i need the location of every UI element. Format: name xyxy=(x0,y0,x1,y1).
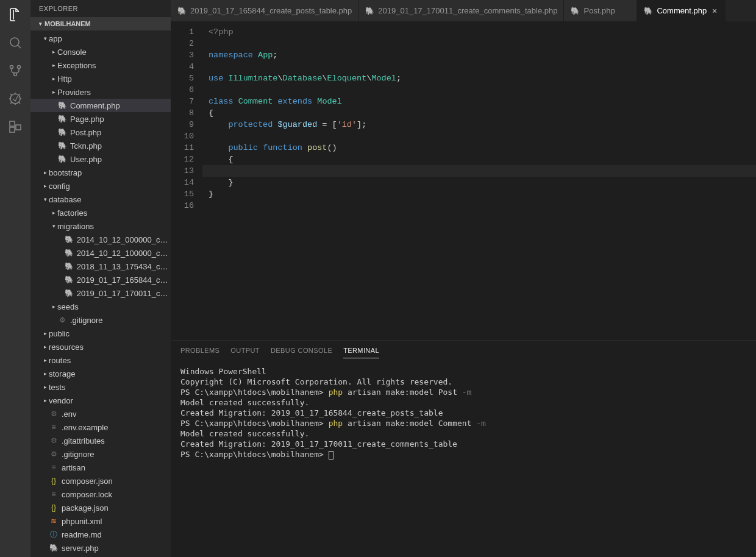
code-line[interactable] xyxy=(209,130,756,142)
code-line[interactable]: } xyxy=(209,177,756,188)
chevron-icon[interactable] xyxy=(41,183,49,189)
tree-file[interactable]: ≋phpunit.xml xyxy=(30,514,171,528)
terminal[interactable]: Windows PowerShellCopyright (C) Microsof… xyxy=(171,360,756,557)
tree-folder[interactable]: factories xyxy=(30,206,171,219)
tree-folder[interactable]: seeds xyxy=(30,300,171,313)
tree-file[interactable]: ⚙.gitignore xyxy=(30,313,171,327)
code-line[interactable]: namespace App; xyxy=(209,49,756,61)
tree-file[interactable]: ⚙.gitattributes xyxy=(30,434,171,447)
code-line[interactable]: return $this->belongsTo('App\Post'); xyxy=(209,165,756,177)
panel-tab[interactable]: TERMINAL xyxy=(343,343,379,358)
tree-folder[interactable]: migrations xyxy=(30,219,171,233)
code-line[interactable] xyxy=(209,200,756,211)
project-title[interactable]: MOBILHANEM xyxy=(30,17,171,30)
tree-file[interactable]: 🐘Comment.php xyxy=(30,99,171,112)
editor-tab[interactable]: 🐘Comment.php× xyxy=(637,0,726,21)
tree-folder[interactable]: app xyxy=(30,32,171,45)
code-line[interactable]: class Comment extends Model xyxy=(209,96,756,107)
tree-file[interactable]: ⚙.env xyxy=(30,407,171,420)
activity-search-icon[interactable] xyxy=(7,34,24,51)
tree-file[interactable]: 🐘2014_10_12_000000_create_... xyxy=(30,233,171,246)
tree-file[interactable]: ≡artisan xyxy=(30,461,171,474)
activity-extensions-icon[interactable] xyxy=(7,118,24,135)
chevron-icon[interactable] xyxy=(50,62,57,68)
chevron-icon[interactable] xyxy=(41,35,49,41)
tree-folder[interactable]: Console xyxy=(30,45,171,59)
panel-tab[interactable]: DEBUG CONSOLE xyxy=(271,343,332,358)
tree-file[interactable]: 🐘2014_10_12_100000_create_... xyxy=(30,246,171,260)
tree-folder[interactable]: public xyxy=(30,327,171,340)
editor[interactable]: 12345678910111213141516 <?phpnamespace A… xyxy=(171,21,756,340)
code-line[interactable]: } xyxy=(209,188,756,200)
tree-file[interactable]: 🐘Page.php xyxy=(30,112,171,126)
tree-file[interactable]: 🐘2018_11_13_175434_create_... xyxy=(30,260,171,273)
chevron-icon[interactable] xyxy=(41,397,49,403)
activity-source-control-icon[interactable] xyxy=(7,62,24,79)
code-line[interactable] xyxy=(209,61,756,73)
tree-folder[interactable]: resources xyxy=(30,340,171,353)
chevron-icon[interactable] xyxy=(50,49,57,55)
activity-explorer-icon[interactable] xyxy=(7,6,24,23)
code-line[interactable] xyxy=(209,38,756,49)
editor-tab[interactable]: 🐘2019_01_17_165844_create_posts_table.ph… xyxy=(171,0,358,21)
tree-file[interactable]: ⚙.gitignore xyxy=(30,447,171,461)
tree-file[interactable]: {}package.json xyxy=(30,501,171,514)
tree-file[interactable]: 🐘Tckn.php xyxy=(30,139,171,152)
tree-file[interactable]: ⓘreadme.md xyxy=(30,528,171,541)
tree-label: vendor xyxy=(49,396,73,405)
tree-file[interactable]: {}composer.json xyxy=(30,474,171,488)
code-line[interactable] xyxy=(209,84,756,96)
chevron-icon[interactable] xyxy=(50,76,57,82)
tree-folder[interactable]: bootstrap xyxy=(30,166,171,179)
code-line[interactable]: use Illuminate\Database\Eloquent\Model; xyxy=(209,73,756,84)
lines-icon: ≡ xyxy=(49,489,59,499)
tree-folder[interactable]: database xyxy=(30,193,171,206)
code-line[interactable]: { xyxy=(209,107,756,119)
tree-file[interactable]: 🐘server.php xyxy=(30,541,171,555)
file-tree: appConsoleExceptionsHttpProviders🐘Commen… xyxy=(30,30,171,557)
close-icon[interactable]: × xyxy=(710,7,719,15)
tree-label: composer.json xyxy=(62,477,113,486)
chevron-icon[interactable] xyxy=(41,196,49,202)
tree-folder[interactable]: routes xyxy=(30,353,171,367)
tree-folder[interactable]: vendor xyxy=(30,394,171,407)
tree-file[interactable]: ≡composer.lock xyxy=(30,488,171,501)
tree-label: Tckn.php xyxy=(70,141,102,151)
editor-tab[interactable]: 🐘2019_01_17_170011_create_comments_table… xyxy=(358,0,564,21)
editor-tab[interactable]: 🐘Post.php xyxy=(564,0,637,21)
chevron-icon[interactable] xyxy=(41,371,49,377)
line-number: 8 xyxy=(171,107,194,119)
chevron-icon[interactable] xyxy=(41,357,49,363)
terminal-line: Created Migration: 2019_01_17_170011_cre… xyxy=(180,439,746,449)
chevron-icon[interactable] xyxy=(50,303,57,310)
tree-folder[interactable]: config xyxy=(30,179,171,193)
tree-folder[interactable]: tests xyxy=(30,380,171,394)
editor-code[interactable]: <?phpnamespace App;use Illuminate\Databa… xyxy=(202,21,756,340)
tree-file[interactable]: ≡.env.example xyxy=(30,420,171,434)
tree-label: tests xyxy=(49,383,65,392)
panel-tab[interactable]: OUTPUT xyxy=(230,343,260,358)
chevron-icon[interactable] xyxy=(41,169,49,176)
chevron-icon[interactable] xyxy=(41,330,49,336)
tree-file[interactable]: 🐘2019_01_17_165844_create_... xyxy=(30,273,171,286)
chevron-icon[interactable] xyxy=(50,89,57,95)
code-line[interactable]: <?php xyxy=(209,26,756,38)
tree-label: readme.md xyxy=(62,530,102,539)
tree-folder[interactable]: Providers xyxy=(30,85,171,99)
tree-folder[interactable]: storage xyxy=(30,367,171,380)
svg-point-2 xyxy=(18,66,21,69)
code-line[interactable]: { xyxy=(209,154,756,165)
code-line[interactable]: protected $guarded = ['id']; xyxy=(209,119,756,130)
tree-file[interactable]: 🐘User.php xyxy=(30,152,171,166)
tree-folder[interactable]: Http xyxy=(30,72,171,85)
code-line[interactable]: public function post() xyxy=(209,142,756,154)
activity-debug-icon[interactable] xyxy=(7,90,24,107)
chevron-icon[interactable] xyxy=(50,210,57,216)
chevron-icon[interactable] xyxy=(41,344,49,350)
panel-tab[interactable]: PROBLEMS xyxy=(180,343,219,358)
tree-file[interactable]: 🐘Post.php xyxy=(30,126,171,139)
tree-folder[interactable]: Exceptions xyxy=(30,59,171,72)
chevron-icon[interactable] xyxy=(50,223,57,229)
chevron-icon[interactable] xyxy=(41,384,49,390)
tree-file[interactable]: 🐘2019_01_17_170011_create_... xyxy=(30,286,171,300)
